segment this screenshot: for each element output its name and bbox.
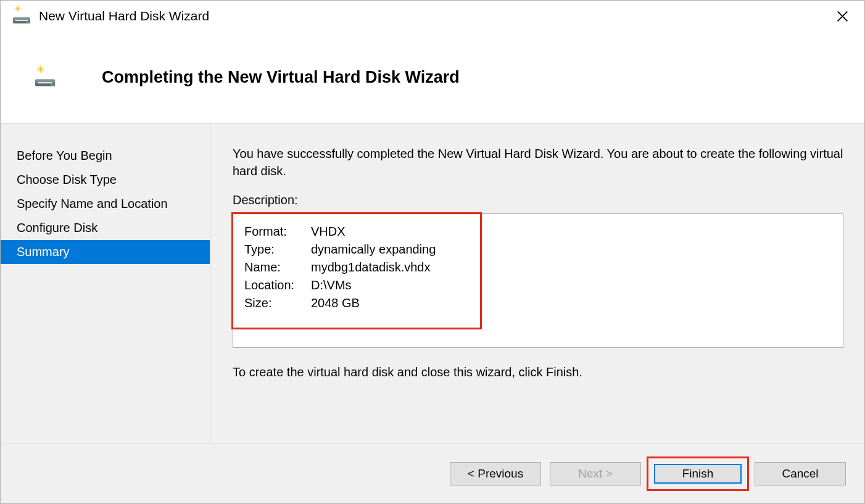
description-label: Description:	[233, 193, 843, 207]
banner: Completing the New Virtual Hard Disk Wiz…	[1, 31, 864, 124]
step-choose-disk-type[interactable]: Choose Disk Type	[1, 168, 210, 192]
format-value: VHDX	[311, 223, 436, 241]
page-title: Completing the New Virtual Hard Disk Wiz…	[102, 68, 460, 87]
table-row: Type: dynamically expanding	[244, 241, 436, 258]
window-title: New Virtual Hard Disk Wizard	[39, 9, 827, 23]
step-before-you-begin[interactable]: Before You Begin	[1, 144, 210, 168]
footer: < Previous Next > Finish Cancel	[1, 444, 864, 503]
description-box: Format: VHDX Type: dynamically expanding…	[233, 213, 843, 348]
size-value: 2048 GB	[311, 294, 436, 312]
finish-button-wrap: Finish	[650, 460, 746, 488]
close-button[interactable]	[827, 4, 857, 28]
step-configure-disk[interactable]: Configure Disk	[1, 216, 210, 240]
wizard-body: Before You Begin Choose Disk Type Specif…	[1, 124, 864, 444]
next-button: Next >	[550, 462, 641, 485]
intro-text: You have successfully completed the New …	[233, 145, 843, 180]
table-row: Size: 2048 GB	[244, 294, 436, 312]
close-icon	[837, 10, 848, 22]
disk-icon	[35, 69, 55, 86]
table-row: Location: D:\VMs	[244, 276, 436, 294]
title-bar: New Virtual Hard Disk Wizard	[1, 1, 864, 31]
name-label: Name:	[244, 258, 311, 276]
step-summary[interactable]: Summary	[1, 240, 210, 264]
table-row: Name: mydbg1datadisk.vhdx	[244, 258, 436, 276]
location-label: Location:	[244, 276, 311, 294]
closing-text: To create the virtual hard disk and clos…	[233, 365, 843, 379]
finish-button[interactable]: Finish	[654, 464, 742, 484]
type-value: dynamically expanding	[311, 241, 436, 258]
cancel-button[interactable]: Cancel	[755, 462, 846, 485]
size-label: Size:	[244, 294, 311, 312]
disk-icon	[13, 9, 30, 23]
table-row: Format: VHDX	[244, 223, 436, 241]
sidebar: Before You Begin Choose Disk Type Specif…	[1, 124, 210, 444]
step-specify-name-location[interactable]: Specify Name and Location	[1, 192, 210, 216]
format-label: Format:	[244, 223, 311, 241]
summary-table: Format: VHDX Type: dynamically expanding…	[244, 223, 436, 312]
content-pane: You have successfully completed the New …	[210, 124, 864, 444]
previous-button[interactable]: < Previous	[450, 462, 541, 485]
name-value: mydbg1datadisk.vhdx	[311, 258, 436, 276]
location-value: D:\VMs	[311, 276, 436, 294]
type-label: Type:	[244, 241, 311, 258]
wizard-window: New Virtual Hard Disk Wizard Completing …	[0, 0, 865, 504]
